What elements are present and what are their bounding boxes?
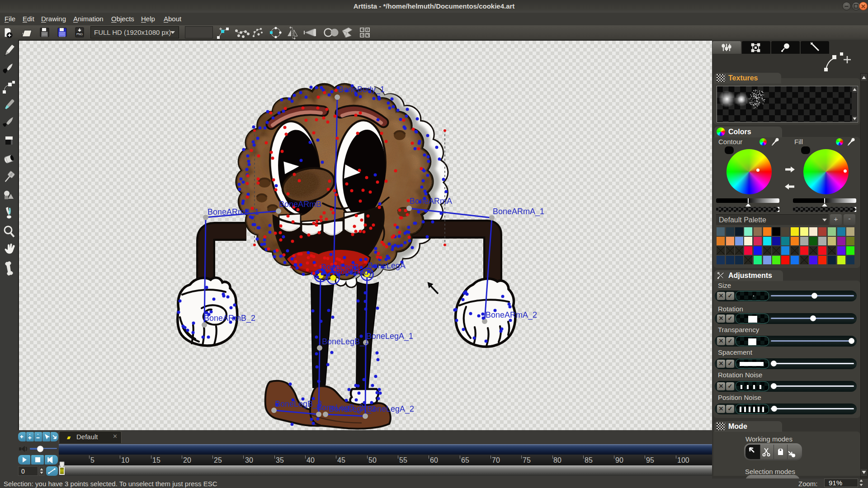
svg-text:BoneARmA_1: BoneARmA_1 bbox=[493, 207, 544, 216]
svg-text:BoneARmA: BoneARmA bbox=[410, 197, 452, 206]
svg-text:BoneARmA_2: BoneARmA_2 bbox=[486, 310, 537, 320]
svg-text:BoneLegA_2: BoneLegA_2 bbox=[367, 404, 414, 414]
svg-text:BoneBody: BoneBody bbox=[335, 267, 373, 277]
svg-text:BoneLegB_1: BoneLegB_1 bbox=[322, 337, 369, 347]
svg-text:BoneLegA: BoneLegA bbox=[368, 261, 406, 270]
svg-text:BoneLegA_1: BoneLegA_1 bbox=[366, 332, 413, 341]
svg-text:BoneARmB_1: BoneARmB_1 bbox=[208, 207, 259, 217]
svg-text:BoneARmB: BoneARmB bbox=[279, 200, 321, 209]
svg-text:BoneBody_1: BoneBody_1 bbox=[338, 85, 385, 94]
svg-text:BoneARmB_2: BoneARmB_2 bbox=[204, 314, 255, 323]
svg-text:PNG: PNG bbox=[76, 33, 83, 36]
svg-text:BoneLegB_3: BoneLegB_3 bbox=[275, 399, 322, 409]
